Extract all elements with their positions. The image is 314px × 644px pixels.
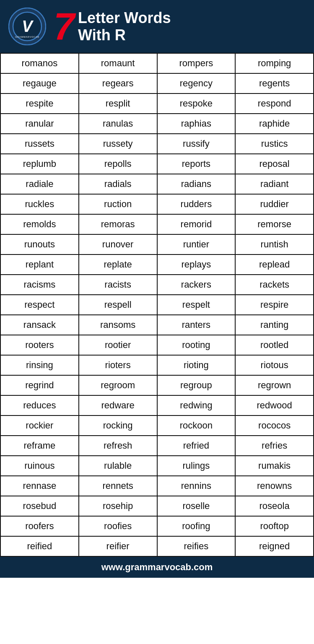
word-cell: roofers xyxy=(0,516,79,536)
word-cell: regrind xyxy=(0,375,79,395)
word-cell: respelt xyxy=(157,295,236,315)
word-cell: runtier xyxy=(157,234,236,254)
word-cell: romanos xyxy=(0,53,79,73)
word-cell: roofing xyxy=(157,516,236,536)
word-cell: reified xyxy=(0,536,79,556)
word-cell: rootled xyxy=(235,335,314,355)
word-cell: remorid xyxy=(157,214,236,234)
table-row: ruinousrulablerulingsrumakis xyxy=(0,456,314,476)
word-cell: rulings xyxy=(157,456,236,476)
svg-text:GRAMMARVOCAB: GRAMMARVOCAB xyxy=(15,36,39,38)
table-row: roofersroofiesroofingrooftop xyxy=(0,516,314,536)
word-cell: raphias xyxy=(157,114,236,134)
big-seven: 7 xyxy=(54,8,75,45)
word-cell: replays xyxy=(157,254,236,275)
word-cell: rudders xyxy=(157,194,236,214)
word-cell: ransack xyxy=(0,315,79,335)
word-cell: repolls xyxy=(79,154,157,174)
word-cell: ransoms xyxy=(79,315,157,335)
word-cell: reifies xyxy=(157,536,236,556)
word-cell: regroup xyxy=(157,375,236,395)
word-cell: runouts xyxy=(0,234,79,254)
table-row: ranularranulasraphiasraphide xyxy=(0,114,314,134)
word-cell: reports xyxy=(157,154,236,174)
word-cell: racisms xyxy=(0,275,79,295)
title-text: Letter Words With R xyxy=(78,9,171,44)
word-cell: rennins xyxy=(157,476,236,496)
word-cell: ruinous xyxy=(0,456,79,476)
logo: V GRAMMARVOCAB xyxy=(8,8,46,45)
word-cell: rinsing xyxy=(0,355,79,375)
word-cell: ranular xyxy=(0,114,79,134)
word-cell: ruddier xyxy=(235,194,314,214)
word-cell: regents xyxy=(235,73,314,93)
word-cell: radiant xyxy=(235,174,314,194)
word-cell: rioting xyxy=(157,355,236,375)
word-cell: regroom xyxy=(79,375,157,395)
word-cell: rennets xyxy=(79,476,157,496)
word-cell: respond xyxy=(235,93,314,114)
table-row: ransackransomsrantersranting xyxy=(0,315,314,335)
footer-url: www.grammarvocab.com xyxy=(101,562,213,572)
table-row: runoutsrunoverruntierruntish xyxy=(0,234,314,254)
word-cell: remoras xyxy=(79,214,157,234)
table-row: reducesredwareredwingredwood xyxy=(0,395,314,415)
word-cell: rooters xyxy=(0,335,79,355)
word-cell: reifier xyxy=(79,536,157,556)
word-cell: renowns xyxy=(235,476,314,496)
word-cell: replant xyxy=(0,254,79,275)
word-cell: rosebud xyxy=(0,496,79,516)
word-cell: rootier xyxy=(79,335,157,355)
table-row: respectrespellrespeltrespire xyxy=(0,295,314,315)
word-cell: remorse xyxy=(235,214,314,234)
word-cell: refries xyxy=(235,436,314,456)
word-cell: racists xyxy=(79,275,157,295)
word-cell: russify xyxy=(157,134,236,154)
table-row: romanosromauntrompersromping xyxy=(0,53,314,73)
word-cell: runover xyxy=(79,234,157,254)
word-cell: rustics xyxy=(235,134,314,154)
word-cell: ruckles xyxy=(0,194,79,214)
word-cell: respoke xyxy=(157,93,236,114)
word-cell: replumb xyxy=(0,154,79,174)
word-cell: rococos xyxy=(235,415,314,436)
table-row: replumbrepollsreportsreposal xyxy=(0,154,314,174)
word-cell: rooting xyxy=(157,335,236,355)
header-title-area: 7 Letter Words With R xyxy=(54,8,171,45)
word-cell: ranting xyxy=(235,315,314,335)
word-cell: rumakis xyxy=(235,456,314,476)
word-cell: resplit xyxy=(79,93,157,114)
word-cell: rockoon xyxy=(157,415,236,436)
word-cell: remolds xyxy=(0,214,79,234)
word-cell: regrown xyxy=(235,375,314,395)
word-cell: respite xyxy=(0,93,79,114)
word-cell: rioters xyxy=(79,355,157,375)
word-cell: romaunt xyxy=(79,53,157,73)
header: V GRAMMARVOCAB 7 Letter Words With R xyxy=(0,0,314,53)
table-row: rinsingriotersriotingriotous xyxy=(0,355,314,375)
table-row: russetsrussetyrussifyrustics xyxy=(0,134,314,154)
table-row: reframerefreshrefriedrefries xyxy=(0,436,314,456)
word-cell: redwood xyxy=(235,395,314,415)
table-row: rootersrootierrootingrootled xyxy=(0,335,314,355)
word-cell: ranters xyxy=(157,315,236,335)
word-cell: refresh xyxy=(79,436,157,456)
word-cell: russety xyxy=(79,134,157,154)
word-cell: rackets xyxy=(235,275,314,295)
word-cell: ranulas xyxy=(79,114,157,134)
word-cell: regauge xyxy=(0,73,79,93)
word-cell: rulable xyxy=(79,456,157,476)
word-cell: rennase xyxy=(0,476,79,496)
word-cell: roofies xyxy=(79,516,157,536)
table-row: rockierrockingrockoonrococos xyxy=(0,415,314,436)
word-cell: respect xyxy=(0,295,79,315)
word-table: romanosromauntrompersrompingregaugeregea… xyxy=(0,53,314,557)
table-row: regaugeregearsregencyregents xyxy=(0,73,314,93)
table-row: reifiedreifierreifiesreigned xyxy=(0,536,314,556)
word-cell: reigned xyxy=(235,536,314,556)
word-cell: redware xyxy=(79,395,157,415)
word-cell: respire xyxy=(235,295,314,315)
word-cell: rompers xyxy=(157,53,236,73)
table-row: rucklesructionruddersruddier xyxy=(0,194,314,214)
word-cell: radiale xyxy=(0,174,79,194)
